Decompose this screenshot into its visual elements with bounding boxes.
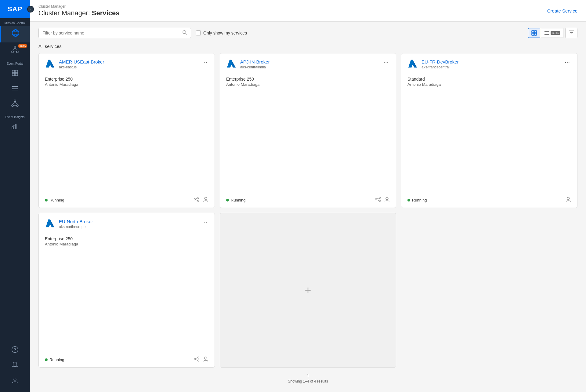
help-icon: ?	[12, 346, 18, 355]
page-title: Cluster Manager: Services	[38, 9, 119, 17]
user-action-icon-eufr[interactable]	[566, 197, 571, 203]
service-menu-apj[interactable]: ···	[382, 59, 390, 65]
azure-logo-icon-apj	[226, 59, 237, 69]
azure-logo-icon-eufr	[407, 59, 418, 69]
service-owner-apj: Antonio Maradiaga	[226, 82, 390, 87]
service-menu-amer[interactable]: ···	[201, 59, 208, 65]
status-badge-eufr: Running	[407, 198, 427, 202]
azure-logo-icon-eunorth	[45, 219, 55, 229]
status-badge-amer: Running	[45, 198, 64, 202]
service-card-name-eunorth[interactable]: EU-North-Broker	[59, 219, 93, 224]
all-services-label: All services	[38, 44, 577, 49]
chart-icon	[12, 123, 18, 131]
card-actions-amer	[194, 197, 208, 203]
service-title-group-eufr: EU-FR-DevBroker aks-francecentral	[407, 59, 459, 69]
svg-point-18	[14, 100, 16, 102]
sidebar-item-help[interactable]: ?	[0, 343, 30, 358]
add-service-card[interactable]: +	[220, 213, 396, 368]
user-action-icon-eunorth[interactable]	[203, 356, 208, 363]
user-action-icon-apj[interactable]	[384, 197, 390, 203]
svg-line-67	[195, 358, 197, 359]
svg-point-65	[198, 360, 199, 361]
list-icon	[12, 85, 18, 93]
user-icon	[12, 377, 18, 385]
sidebar-item-mission-control[interactable]	[0, 26, 30, 42]
sap-logo[interactable]: SAP ›	[0, 0, 30, 18]
service-menu-eunorth[interactable]: ···	[201, 219, 208, 225]
event-insights-label: Event Insights	[5, 115, 25, 119]
svg-rect-11	[12, 70, 15, 73]
user-action-icon-amer[interactable]	[203, 197, 208, 203]
svg-point-20	[16, 105, 18, 107]
svg-line-68	[195, 359, 197, 360]
service-menu-eufr[interactable]: ···	[563, 59, 571, 65]
grid-view-button[interactable]	[528, 28, 540, 38]
service-card-header-eunorth: EU-North-Broker aks-northeurope ···	[45, 219, 208, 229]
breadcrumb: Cluster Manager	[38, 4, 119, 9]
share-icon-apj[interactable]	[375, 197, 381, 203]
only-my-services-checkbox[interactable]	[196, 31, 201, 35]
sidebar-item-event-portal-2[interactable]	[0, 82, 30, 96]
sidebar-item-event-portal-1[interactable]	[0, 67, 30, 82]
svg-rect-35	[532, 33, 534, 35]
list-view-beta-badge: BETA	[551, 31, 560, 35]
svg-line-56	[377, 198, 379, 199]
service-plan-amer: Enterprise 250	[45, 77, 208, 82]
sidebar-toggle[interactable]: ›	[27, 6, 34, 13]
service-card-header-eufr: EU-FR-DevBroker aks-francecentral ···	[407, 59, 571, 69]
service-card-header: AMER-USEast-Broker aks-eastus ···	[45, 59, 208, 69]
main-wrapper: Cluster Manager Cluster Manager: Service…	[30, 0, 586, 392]
svg-rect-13	[12, 73, 15, 76]
service-card-sub-amer: aks-eastus	[59, 65, 104, 69]
only-my-services-label[interactable]: Only show my services	[196, 31, 247, 35]
svg-rect-24	[12, 127, 13, 129]
list-view-button[interactable]: BETA	[541, 28, 563, 38]
globe-icon	[12, 29, 20, 39]
status-dot-eunorth	[45, 358, 48, 361]
nodes-icon	[11, 100, 19, 109]
status-badge-apj: Running	[226, 198, 245, 202]
service-card-name-eufr[interactable]: EU-FR-DevBroker	[421, 59, 459, 64]
status-text-amer: Running	[49, 198, 64, 202]
service-card-sub-apj: aks-centralindia	[240, 65, 270, 69]
filter-button[interactable]	[565, 28, 577, 38]
sidebar-item-beta[interactable]: BETA	[0, 42, 30, 59]
service-card-body-apj: Enterprise 250 Antonio Maradiaga	[226, 77, 390, 194]
sidebar-item-event-insights[interactable]	[0, 120, 30, 135]
service-card-name-amer[interactable]: AMER-USEast-Broker	[59, 59, 104, 64]
page-title-prefix: Cluster Manager:	[38, 9, 92, 17]
service-card-header-apj: APJ-IN-Broker aks-centralindia ···	[226, 59, 390, 69]
search-input[interactable]	[42, 31, 182, 35]
svg-line-8	[13, 48, 15, 51]
sidebar-item-notifications[interactable]	[0, 358, 30, 374]
service-card-apj: APJ-IN-Broker aks-centralindia ··· Enter…	[220, 53, 396, 208]
grid-icon	[12, 70, 18, 78]
status-badge-eunorth: Running	[45, 358, 64, 362]
svg-point-47	[194, 199, 196, 200]
service-card-footer-eufr: Running	[407, 197, 571, 203]
svg-point-30	[14, 378, 16, 380]
service-card-body-eufr: Standard Antonio Maradiaga	[407, 77, 571, 194]
sidebar: SAP › Mission Control BETA	[0, 0, 30, 392]
sidebar-item-event-portal-3[interactable]	[0, 96, 30, 112]
svg-rect-33	[532, 31, 534, 33]
content-area: Only show my services	[30, 22, 586, 392]
pagination-info: Showing 1–4 of 4 results	[288, 379, 328, 383]
create-service-link[interactable]: Create Service	[547, 8, 577, 13]
share-icon-amer[interactable]	[194, 197, 199, 203]
sidebar-item-user[interactable]	[0, 374, 30, 389]
service-card-footer-eunorth: Running	[45, 356, 208, 363]
service-card-name-apj[interactable]: APJ-IN-Broker	[240, 59, 270, 64]
add-icon: +	[305, 285, 311, 296]
service-plan-eunorth: Enterprise 250	[45, 236, 208, 241]
svg-line-48	[195, 198, 197, 199]
status-dot-amer	[45, 199, 48, 201]
svg-point-19	[12, 105, 13, 107]
card-actions-apj	[375, 197, 390, 203]
service-card-amer: AMER-USEast-Broker aks-eastus ··· Enterp…	[38, 53, 215, 208]
svg-line-49	[195, 200, 197, 201]
share-icon-eunorth[interactable]	[194, 357, 199, 363]
svg-rect-36	[534, 33, 537, 35]
service-card-sub-eufr: aks-francecentral	[421, 65, 459, 69]
status-text-apj: Running	[231, 198, 245, 202]
